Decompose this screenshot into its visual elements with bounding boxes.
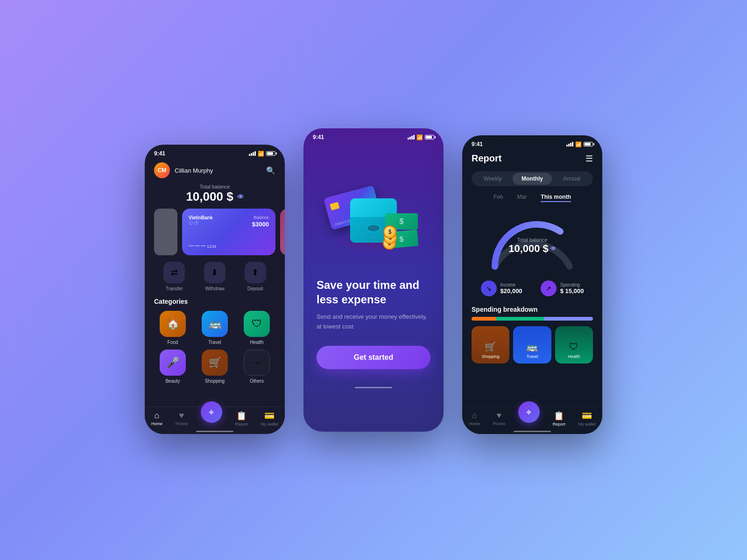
nav-promo[interactable]: ♥ Promo — [176, 411, 188, 427]
nav3-promo[interactable]: ♥ Promo — [493, 411, 506, 427]
report-nav3-label: Report — [553, 422, 565, 427]
nav3-report[interactable]: 📋 Report — [553, 411, 565, 427]
month-nav: Feb Mar This month — [462, 190, 602, 206]
category-others[interactable]: ··· Others — [238, 350, 275, 384]
withdraw-label: Withdraw — [205, 286, 225, 291]
time-1: 9:41 — [154, 150, 165, 157]
shopping-breakdown-label: Shopping — [482, 354, 500, 359]
income-value: $20,000 — [500, 287, 522, 294]
gauge-eye-icon[interactable]: 👁 — [550, 245, 556, 252]
spending-info: Spending $ 15,000 — [560, 282, 584, 294]
battery-icon-3 — [584, 142, 593, 147]
category-travel[interactable]: 🚌 Travel — [196, 311, 233, 345]
get-started-button[interactable]: Get started — [317, 346, 430, 369]
spending-value: $ 15,000 — [560, 287, 584, 294]
shopping-label: Shopping — [205, 378, 225, 384]
travel-label: Travel — [208, 340, 221, 345]
home-indicator-3 — [514, 431, 551, 432]
phone-home: 9:41 📶 CM Cillian Murphy 🔍 — [145, 145, 285, 434]
withdraw-button[interactable]: ⬇ Withdraw — [204, 262, 226, 291]
card-secondary[interactable] — [280, 209, 285, 255]
spending-icon: ↗ — [541, 280, 557, 296]
user-info: CM Cillian Murphy — [154, 162, 213, 178]
category-health[interactable]: 🛡 Health — [238, 311, 275, 345]
nav3-wallet[interactable]: 💳 My wallet — [578, 411, 596, 427]
avatar: CM — [154, 162, 170, 178]
food-label: Food — [168, 340, 178, 345]
wifi-icon-2: 📶 — [416, 134, 423, 140]
travel-breakdown-label: Travel — [527, 354, 538, 359]
promo-nav-icon: ♥ — [179, 411, 184, 420]
income-label: Income — [500, 282, 522, 287]
search-button[interactable]: 🔍 — [266, 166, 275, 175]
category-food[interactable]: 🏠 Food — [154, 311, 191, 345]
deposit-label: Deposit — [247, 286, 263, 291]
eye-icon[interactable]: 👁 — [237, 193, 244, 201]
svg-point-0 — [557, 229, 563, 234]
categories-grid: 🏠 Food 🚌 Travel 🛡 Health 🎤 Beauty 🛒 — [154, 311, 275, 384]
action-buttons: ⇄ Transfer ⬇ Withdraw ⬆ Deposit — [145, 255, 285, 298]
balance-section: Total balance 10,000 $ 👁 — [145, 182, 285, 209]
card-prev — [154, 209, 177, 255]
home-nav3-label: Home — [469, 421, 480, 426]
home-nav-label: Home — [151, 421, 162, 426]
wifi-icon-3: 📶 — [575, 141, 582, 147]
month-mar[interactable]: Mar — [517, 194, 527, 202]
breakdown-title: Spending breakdown — [472, 306, 593, 313]
month-feb[interactable]: Feb — [493, 194, 503, 202]
status-icons-1: 📶 — [249, 151, 275, 157]
promo-nav3-icon: ♥ — [497, 411, 502, 420]
withdraw-icon: ⬇ — [204, 262, 226, 283]
spending-item: ↗ Spending $ 15,000 — [541, 280, 584, 296]
health-label: Health — [250, 340, 264, 345]
categories-section: Categories 🏠 Food 🚌 Travel 🛡 Health 🎤 Be… — [145, 298, 285, 384]
scan-button-3[interactable]: ⌖ — [518, 401, 540, 423]
onboarding-title: Save your time and less expense — [317, 278, 430, 307]
signal-icon-1 — [249, 151, 256, 156]
wallet-nav-icon: 💳 — [264, 411, 275, 421]
category-beauty[interactable]: 🎤 Beauty — [154, 350, 191, 384]
wallet-nav3-icon: 💳 — [582, 411, 592, 421]
others-label: Others — [250, 378, 264, 384]
scan-button[interactable]: ⌖ — [201, 401, 222, 423]
nav-report[interactable]: 📋 Report — [235, 411, 248, 427]
gauge-label: Total balance — [508, 237, 556, 243]
tab-annual[interactable]: Annual — [552, 173, 592, 185]
card-balance-value: $3000 — [252, 221, 269, 228]
balance-label: Total balance — [145, 184, 285, 189]
transfer-button[interactable]: ⇄ Transfer — [163, 262, 185, 291]
month-current[interactable]: This month — [541, 194, 571, 202]
user-name: Cillian Murphy — [175, 167, 213, 174]
status-bar-2: 9:41 📶 — [303, 128, 444, 142]
card-main[interactable]: VietinBank Ⓛ Ⓟ Balance $3000 *** *** ***… — [182, 209, 275, 255]
report-nav-label: Report — [235, 422, 248, 427]
breakdown-health[interactable]: 🛡 Health — [555, 326, 593, 364]
deposit-button[interactable]: ⬆ Deposit — [245, 262, 266, 291]
avatar-initials: CM — [158, 167, 167, 174]
onboarding-content: Save your time and less expense Send and… — [303, 268, 444, 378]
shopping-breakdown-icon: 🛒 — [485, 341, 496, 352]
home-nav3-icon: ⌂ — [472, 411, 477, 420]
tab-monthly[interactable]: Monthly — [513, 173, 552, 185]
gauge-container: Total balance 10,000 $ 👁 — [462, 206, 602, 276]
breakdown-travel[interactable]: 🚌 Travel — [513, 326, 551, 364]
transfer-icon: ⇄ — [163, 262, 185, 283]
gauge-value: 10,000 $ 👁 — [508, 243, 556, 255]
phone-onboarding: 9:41 📶 CREDIT CARD — [303, 128, 444, 432]
category-shopping[interactable]: 🛒 Shopping — [196, 350, 233, 384]
card-chip — [330, 202, 339, 210]
transfer-label: Transfer — [166, 286, 183, 291]
bottom-nav-3: ⌂ Home ♥ Promo ⌖ 📋 Report 💳 My wallet — [462, 406, 602, 434]
bottom-nav-1: ⌂ Home ♥ Promo ⌖ 📋 Report 💳 My wallet — [145, 406, 285, 434]
breakdown-shopping[interactable]: 🛒 Shopping — [472, 326, 509, 364]
status-icons-3: 📶 — [566, 141, 593, 147]
signal-icon-3 — [566, 142, 573, 147]
others-icon: ··· — [244, 350, 270, 376]
wallet-nav3-label: My wallet — [578, 422, 596, 427]
menu-icon[interactable]: ☰ — [585, 154, 593, 164]
nav3-home[interactable]: ⌂ Home — [469, 411, 480, 427]
nav-home[interactable]: ⌂ Home — [151, 411, 162, 427]
tab-weekly[interactable]: Weekly — [473, 173, 513, 185]
nav-wallet[interactable]: 💳 My wallet — [261, 411, 279, 427]
phone-report: 9:41 📶 Report ☰ Weekly Monthly Annual — [462, 135, 602, 434]
